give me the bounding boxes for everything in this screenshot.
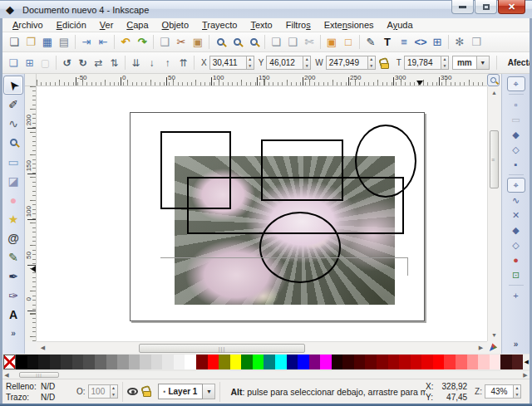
palette-swatch[interactable] [365,355,377,369]
zoom-field[interactable]: 43% ▲▼ [485,384,521,399]
palette-swatch[interactable] [399,355,411,369]
units-dropdown[interactable]: mm ▼ [452,56,490,70]
tool-bezier-pen[interactable]: ✒ [3,267,23,286]
palette-swatch[interactable] [27,355,39,369]
tool-spiral[interactable]: @ [3,228,23,247]
horizontal-ruler[interactable]: -50050100150200250300350 [37,74,487,86]
palette-swatch[interactable] [253,355,264,369]
palette-swatch[interactable] [72,355,84,369]
restore-button[interactable] [475,0,497,14]
horizontal-scrollbar-thumb[interactable]: ||| [139,344,305,353]
snap-path-intersections-button[interactable]: ✕ [507,208,525,223]
palette-swatch[interactable] [354,355,366,369]
menu-trayecto[interactable]: Trayecto [195,19,244,31]
menu-capa[interactable]: Capa [120,19,155,31]
palette-swatch[interactable] [241,355,253,369]
flip-vertical-button[interactable]: ⇅ [106,55,122,71]
snap-bbox-edge-midpoints-button[interactable]: ◇ [507,142,525,157]
menu-objeto[interactable]: Objeto [155,19,195,31]
palette-swatch[interactable] [196,355,208,369]
snap-object-centers-button[interactable]: ⊡ [507,267,525,282]
scroll-right-arrow-icon[interactable]: ▶ [475,342,487,355]
palette-swatch[interactable] [61,355,72,369]
layer-dropdown[interactable]: ▪Layer 1 ▼ [158,384,216,399]
palette-swatch[interactable] [95,355,106,369]
tool-calligraphy[interactable]: ✑ [3,286,23,305]
close-button[interactable]: ✕ [498,0,525,14]
print-button[interactable]: ▤ [56,34,72,51]
snap-smooth-nodes-button[interactable]: ◇ [507,237,525,252]
tool-selector[interactable]: ➤ [3,76,23,95]
scroll-up-arrow-icon[interactable]: ▲ [488,86,500,99]
snapbar-overflow-chevron-icon[interactable]: » [514,340,519,349]
import-button[interactable]: ⇥ [78,34,95,51]
palette-swatch[interactable] [512,355,524,369]
stroke-value[interactable]: N/D [41,392,66,403]
palette-swatch[interactable] [287,355,298,369]
units-dropdown-arrow-icon[interactable]: ▼ [477,56,490,70]
tool-rectangle[interactable]: ▭ [3,152,23,171]
save-button[interactable]: ▦ [39,34,56,51]
lock-ratio-icon[interactable] [381,63,389,69]
drawn-ellipse[interactable] [259,212,341,283]
height-field-spinner[interactable]: ▲▼ [441,56,449,70]
snap-page-border-button[interactable]: + [507,288,525,303]
tool-ellipse[interactable]: ● [3,190,23,209]
fill-value[interactable]: N/D [41,381,66,392]
palette-swatch[interactable] [421,355,433,369]
layer-name[interactable]: Layer 1 [168,387,197,396]
text-dialog-button[interactable]: T [379,34,396,51]
drawn-ellipse[interactable] [355,125,416,198]
palette-scrollbar-thumb[interactable]: ||| [19,372,59,378]
palette-swatch[interactable] [388,355,400,369]
undo-button[interactable]: ↶ [117,34,134,51]
palette-swatch[interactable] [151,355,163,369]
snap-bbox-centers-button[interactable]: ▪ [507,157,525,172]
layer-lock-icon[interactable] [143,391,151,397]
vertical-scrollbar[interactable]: ▲ ≡ ▼ [487,86,500,341]
menu-filtros[interactable]: Filtros [279,19,318,31]
palette-swatch[interactable] [298,355,309,369]
width-field[interactable]: 247,949 ▲▼ [326,56,376,70]
tool-3dbox[interactable]: ◪ [3,171,23,190]
palette-swatch[interactable] [275,355,287,369]
open-button[interactable]: ❐ [22,34,39,51]
x-field-value[interactable]: 30,411 [209,56,246,70]
zoom-page-button[interactable] [245,34,262,51]
drawn-line[interactable] [407,257,408,276]
color-management-toggle-button[interactable] [487,341,500,354]
y-field[interactable]: 46,012 ▲▼ [266,56,311,70]
redo-button[interactable]: ↷ [134,34,150,51]
rotate-ccw-button[interactable]: ↺ [59,55,75,71]
layer-visibility-eye-icon[interactable] [127,388,138,395]
palette-swatch[interactable] [38,355,50,369]
vertical-ruler[interactable]: 200150100500 [25,86,37,341]
snap-cusp-nodes-button[interactable]: ◆ [507,223,525,237]
palette-swatch[interactable] [83,355,95,369]
y-field-spinner[interactable]: ▲▼ [303,56,311,70]
paste-button[interactable]: ▣ [190,34,206,51]
document-properties-button[interactable]: ❒ [468,34,485,51]
new-document-button[interactable]: ❏ [6,34,22,51]
palette-swatch[interactable] [342,355,354,369]
layers-dialog-button[interactable]: ≡ [396,34,412,51]
minimize-button[interactable] [451,0,474,14]
opacity-value[interactable]: 100 [88,384,110,399]
lower-to-bottom-button[interactable]: ⇊ [128,55,144,71]
canvas-viewport[interactable] [37,86,487,341]
clone-button[interactable]: ❑ [284,34,301,51]
select-all-button[interactable]: ❏ [6,55,22,71]
drawn-line[interactable] [160,257,407,258]
y-field-value[interactable]: 46,012 [266,56,303,70]
flip-horizontal-button[interactable]: ⇄ [91,55,106,71]
scroll-down-arrow-icon[interactable]: ▼ [488,329,500,341]
menu-archivo[interactable]: Archivo [6,19,50,31]
zoom-drawing-button[interactable] [229,34,245,51]
tool-text[interactable]: A [3,305,23,324]
palette-swatch[interactable] [219,355,230,369]
units-value[interactable]: mm [452,56,477,70]
preferences-button[interactable]: ✻ [451,34,468,51]
menu-ver[interactable]: Ver [93,19,121,31]
xml-editor-button[interactable]: <> [412,34,429,51]
zoom-selection-button[interactable] [212,34,229,51]
